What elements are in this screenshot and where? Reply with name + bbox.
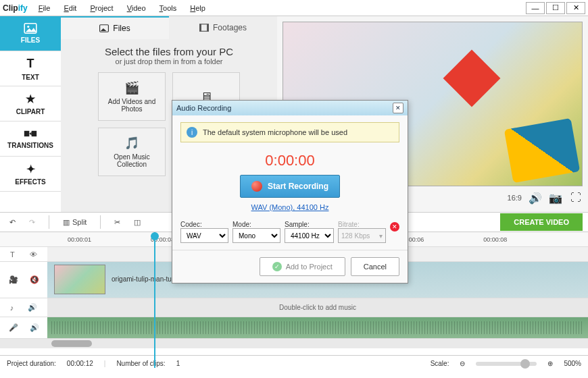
timeline-scrollbar[interactable] (0, 339, 588, 348)
crop-icon: ◫ (134, 218, 141, 227)
format-link[interactable]: WAV (Mono), 44100 Hz (251, 203, 329, 211)
zoom-in-button[interactable]: ⊕ (547, 360, 553, 367)
sidenav-text-label: TEXT (22, 74, 39, 81)
sidenav-effects[interactable]: ✦ EFFECTS (0, 157, 61, 192)
bitrate-field: Bitrate: 128 Kbps▾ (338, 221, 386, 243)
dialog-title: Audio Recording (176, 104, 231, 112)
snapshot-icon[interactable]: 📷 (549, 191, 562, 205)
menu-file[interactable]: File (39, 4, 51, 12)
zoom-out-button[interactable]: ⊖ (460, 360, 465, 367)
sidenav-clipart[interactable]: ★ CLIPART (0, 86, 61, 122)
volume-icon[interactable]: 🔊 (30, 323, 39, 332)
add-to-project-label: Add to Project (286, 263, 333, 271)
wand-icon: ✦ (26, 163, 35, 176)
file-tabs: Files Footages (61, 16, 277, 39)
clips-value: 1 (176, 360, 180, 367)
crop-button[interactable]: ◫ (130, 214, 145, 230)
sidenav-files[interactable]: FILES (0, 16, 61, 51)
menu-tools[interactable]: Tools (160, 4, 177, 12)
volume-icon[interactable]: 🔊 (529, 191, 542, 205)
track-head-music: ♪ 🔊 (0, 298, 47, 317)
split-button[interactable]: ▥ Split (59, 214, 91, 230)
sidenav-text[interactable]: T TEXT (0, 51, 61, 86)
info-banner: i The default system microphone will be … (180, 122, 399, 142)
sidenav-clipart-label: CLIPART (16, 108, 45, 115)
codec-row: Codec: WAV Mode: Mono Sample: 44100 Hz B… (180, 221, 399, 243)
cut-button[interactable]: ✂ (110, 214, 124, 230)
scale-value: 500% (564, 360, 581, 367)
brand-prefix: Clip (3, 3, 18, 13)
aspect-ratio-label: 16:9 (508, 194, 522, 202)
create-video-button[interactable]: CREATE VIDEO (500, 213, 583, 231)
dialog-titlebar[interactable]: Audio Recording ✕ (172, 101, 408, 115)
track-body-voice[interactable] (47, 317, 588, 338)
menu-help[interactable]: Help (190, 4, 205, 12)
start-recording-button[interactable]: Start Recording (240, 175, 340, 198)
record-dot-icon (251, 181, 262, 192)
music-track-icon: ♪ (10, 304, 14, 312)
scrollbar-thumb[interactable] (51, 340, 92, 347)
dialog-close-button[interactable]: ✕ (393, 103, 403, 113)
files-subheading: or just drop them in from a folder (116, 57, 223, 65)
video-clip[interactable] (54, 265, 105, 294)
image-icon (99, 24, 109, 32)
sidenav-transitions[interactable]: TRANSITIONS (0, 122, 61, 157)
mute-icon[interactable]: 🔇 (30, 275, 39, 284)
track-head-voice: 🎤 🔊 (0, 317, 47, 338)
codec-field: Codec: WAV (180, 221, 228, 243)
text-icon: T (27, 57, 34, 71)
menu-edit[interactable]: Edit (64, 4, 76, 12)
reset-codec-button[interactable]: ✕ (390, 222, 399, 232)
duration-value: 00:00:12 (67, 360, 93, 367)
codec-select[interactable]: WAV (180, 228, 228, 243)
add-to-project-button[interactable]: ✓ Add to Project (260, 257, 345, 276)
bitrate-label: Bitrate: (338, 221, 386, 228)
visibility-icon[interactable]: 👁 (30, 250, 37, 259)
track-head-text: T 👁 (0, 247, 47, 261)
card-label: Open Music Collection (99, 153, 165, 168)
undo-button[interactable]: ↶ (5, 214, 20, 230)
dialog-body: i The default system microphone will be … (172, 115, 408, 250)
minimize-button[interactable]: — (526, 2, 545, 14)
track-music: ♪ 🔊 Double-click to add music (0, 298, 588, 317)
scale-label: Scale: (431, 360, 449, 367)
tab-footages-label: Footages (213, 23, 247, 32)
sample-field: Sample: 44100 Hz (285, 221, 334, 243)
mode-field: Mode: Mono (232, 221, 280, 243)
fullscreen-icon[interactable]: ⛶ (569, 191, 583, 205)
redo-button[interactable]: ↷ (25, 214, 39, 230)
menu-video[interactable]: Video (127, 4, 146, 12)
check-icon: ✓ (272, 262, 282, 271)
app-name: Clipify (3, 3, 28, 13)
playhead[interactable] (154, 232, 155, 368)
track-voice: 🎤 🔊 (0, 317, 588, 339)
zoom-slider[interactable] (476, 362, 537, 366)
card-add-videos-photos[interactable]: 🎬 Add Videos and Photos (98, 72, 166, 121)
close-button[interactable]: ✕ (566, 2, 585, 14)
mode-select[interactable]: Mono (232, 228, 280, 243)
camera-track-icon: 🎥 (9, 275, 18, 284)
sidenav-transitions-label: TRANSITIONS (7, 142, 53, 149)
card-open-music[interactable]: 🎵 Open Music Collection (98, 128, 166, 176)
window-controls: — ☐ ✕ (526, 2, 585, 14)
maximize-button[interactable]: ☐ (546, 2, 565, 14)
music-placeholder: Double-click to add music (279, 304, 356, 311)
text-track-icon: T (10, 250, 15, 259)
sidenav-effects-label: EFFECTS (15, 178, 46, 186)
tab-files[interactable]: Files (61, 16, 169, 39)
sample-select[interactable]: 44100 Hz (285, 228, 334, 243)
svg-rect-3 (32, 131, 36, 136)
cancel-button[interactable]: Cancel (351, 257, 399, 276)
transitions-icon (24, 128, 37, 139)
menu-project[interactable]: Project (90, 4, 113, 12)
duration-label: Project duration: (7, 360, 56, 367)
image-icon (24, 23, 37, 34)
volume-icon[interactable]: 🔊 (28, 303, 37, 312)
tab-footages[interactable]: Footages (169, 16, 277, 39)
zoom-thumb[interactable] (520, 359, 530, 369)
mode-label: Mode: (232, 221, 280, 228)
dialog-footer: ✓ Add to Project Cancel (172, 250, 408, 283)
track-body-music[interactable]: Double-click to add music (47, 298, 588, 317)
split-icon: ▥ (63, 218, 70, 227)
svg-rect-2 (24, 131, 30, 136)
